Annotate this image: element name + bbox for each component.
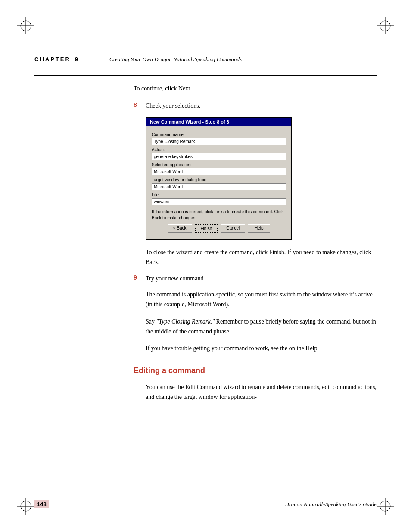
footer: 148 Dragon NaturallySpeaking User's Guid… (34, 500, 377, 508)
body-para-2: If you have trouble getting your command… (146, 343, 377, 353)
chapter-label: CHAPTER (34, 56, 71, 62)
step-number-9: 9 (134, 274, 146, 281)
step-text-8: Check your selections. (146, 101, 377, 111)
chapter-number: 9 (75, 56, 79, 62)
field-value-3: Microsoft Word (152, 183, 286, 190)
main-content: To continue, click Next. 8 Check your se… (134, 84, 377, 409)
field-value-4: winword (152, 198, 286, 205)
body-para-1: Say "Type Closing Remark." Remember to p… (146, 317, 377, 336)
page-number: 148 (34, 500, 49, 508)
corner-mark-br (377, 498, 394, 515)
cancel-button[interactable]: Cancel (221, 224, 245, 233)
dialog-title: New Command Wizard - Step 8 of 8 (150, 119, 229, 124)
intro-text: To continue, click Next. (134, 84, 377, 93)
field-value-0: Type Closing Remark (152, 138, 286, 145)
field-value-1: generate keystrokes (152, 153, 286, 160)
back-button[interactable]: < Back (168, 224, 192, 233)
corner-mark-bl (17, 498, 34, 515)
dialog-box: New Command Wizard - Step 8 of 8 Command… (146, 117, 292, 240)
corner-mark-tr (377, 17, 394, 34)
field-label-4: File: (152, 193, 286, 197)
dialog-buttons: < Back Finish Cancel Help (152, 224, 286, 234)
field-label-3: Target window or dialog box: (152, 177, 286, 182)
field-label-0: Command name: (152, 132, 286, 137)
step-text-9: Try your new command. (146, 274, 377, 283)
chapter-title: Creating Your Own Dragon NaturallySpeaki… (109, 56, 242, 63)
page: CHAPTER 9 Creating Your Own Dragon Natur… (0, 0, 411, 532)
finish-button[interactable]: Finish (195, 224, 218, 233)
italic-quote: "Type Closing Remark." (156, 318, 215, 325)
section-text: You can use the Edit Command wizard to r… (146, 382, 377, 402)
dialog-body: Command name: Type Closing Remark Action… (146, 126, 291, 239)
section-heading: Editing a command (134, 366, 377, 375)
step-number-8: 8 (134, 101, 146, 108)
footer-title: Dragon NaturallySpeaking User's Guide (285, 501, 377, 508)
field-value-2: Microsoft Word (152, 168, 286, 175)
corner-mark-tl (17, 17, 34, 34)
field-label-1: Action: (152, 147, 286, 152)
help-button[interactable]: Help (248, 224, 270, 233)
step-8: 8 Check your selections. (134, 101, 377, 111)
header: CHAPTER 9 Creating Your Own Dragon Natur… (34, 56, 377, 63)
field-label-2: Selected application: (152, 162, 286, 167)
body-para-0: The command is application-specific, so … (146, 289, 377, 309)
header-rule (34, 75, 377, 76)
step-9: 9 Try your new command. (134, 274, 377, 283)
dialog-titlebar: New Command Wizard - Step 8 of 8 (146, 118, 291, 126)
after-dialog-text: To close the wizard and create the comma… (146, 247, 377, 267)
dialog-info-text: If the information is correct, click Fin… (152, 209, 286, 221)
